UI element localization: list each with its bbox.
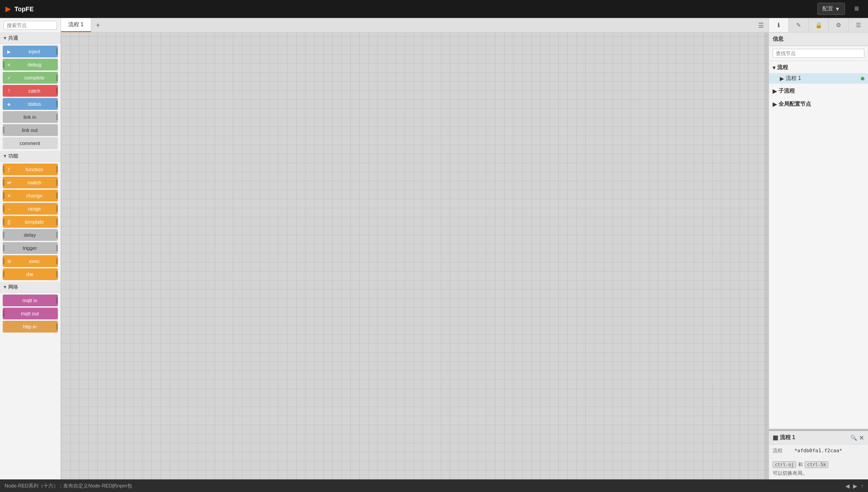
- right-tab-settings[interactable]: ⚙: [829, 18, 849, 32]
- canvas-tabs: 流程 1 + ☰: [61, 18, 769, 33]
- node-trigger-label: trigger: [5, 245, 54, 251]
- category-label-network: 网络: [8, 284, 18, 291]
- right-lower-title: 流程 1: [780, 434, 795, 441]
- node-debug[interactable]: ≡ debug: [3, 59, 58, 70]
- node-http-in[interactable]: http in: [3, 321, 58, 333]
- category-label-common: 共通: [8, 35, 18, 42]
- node-mqtt-in[interactable]: mqtt in: [3, 295, 58, 306]
- right-tab-list[interactable]: ☰: [849, 18, 868, 32]
- right-tab-lock[interactable]: 🔒: [809, 18, 829, 32]
- sidebar-category-network[interactable]: ▾ 网络: [0, 282, 61, 293]
- statusbar-controls: ◀ ▶ ↑: [845, 483, 863, 489]
- node-exec[interactable]: ⚙ exec: [3, 255, 58, 267]
- change-port-left: [3, 192, 5, 199]
- right-panel-search-input[interactable]: [773, 49, 864, 58]
- node-exec-label: exec: [14, 258, 54, 264]
- canvas-add-tab-button[interactable]: +: [91, 18, 104, 32]
- right-lower-panel: ▦ 流程 1 🔍 ✕ 流程 *afdb0fa1.f2caa* ctrl-oj 和…: [769, 429, 868, 479]
- node-rbe[interactable]: rbe: [3, 268, 58, 280]
- node-comment[interactable]: comment: [3, 137, 58, 149]
- category-label-function: 功能: [8, 153, 18, 159]
- node-delay-label: delay: [5, 232, 54, 238]
- trigger-port-left: [3, 245, 5, 251]
- config-tree-header[interactable]: ▶ 全局配置节点: [769, 98, 868, 110]
- node-link-out-label: link out: [5, 127, 54, 133]
- node-complete[interactable]: ✓ complete: [3, 72, 58, 84]
- node-mqtt-in-label: mqtt in: [5, 298, 54, 303]
- rbe-port-left: [3, 271, 5, 277]
- kbd-ctrl-oj: ctrl-oj: [773, 461, 796, 468]
- right-tab-edit[interactable]: ✎: [789, 18, 809, 32]
- statusbar-up-button[interactable]: ↑: [861, 483, 863, 489]
- kbd-hint-and: 和: [798, 461, 803, 468]
- node-status[interactable]: ◈ status: [3, 98, 58, 110]
- node-template[interactable]: {} template: [3, 216, 58, 228]
- tab-menu-icon: ☰: [758, 22, 764, 29]
- template-icon: {}: [5, 218, 13, 225]
- statusbar-next-button[interactable]: ▶: [853, 483, 857, 489]
- config-tree-section: ▶ 全局配置节点: [769, 98, 868, 111]
- node-range[interactable]: ↔ range: [3, 203, 58, 215]
- subflows-tree-header[interactable]: ▶ 子流程: [769, 85, 868, 97]
- node-link-out[interactable]: link out: [3, 124, 58, 136]
- canvas-content[interactable]: [61, 33, 769, 479]
- range-port-right: [56, 206, 58, 212]
- flows-tree-header[interactable]: ▾ 流程: [769, 62, 868, 73]
- kbd-hint-container: ctrl-oj 和 ctrl-5k 可以切换布局。: [769, 459, 868, 479]
- exec-port-left: [3, 258, 5, 264]
- node-link-in[interactable]: link in: [3, 111, 58, 123]
- topbar-left: ▶ TopFE: [5, 5, 34, 13]
- node-trigger[interactable]: trigger: [3, 242, 58, 254]
- status-icon: ◈: [5, 100, 13, 108]
- sidebar-category-function[interactable]: ▾ 功能: [0, 151, 61, 162]
- mqtt-in-port-right: [56, 297, 58, 304]
- node-range-label: range: [14, 206, 54, 211]
- statusbar: Node-RED系列（十六）：发布自定义Node-RED的npm包 ◀ ▶ ↑: [0, 479, 868, 492]
- node-inject[interactable]: ▶ inject: [3, 46, 58, 57]
- switch-icon: ⇄: [5, 179, 13, 186]
- topbar-title: TopFE: [14, 5, 34, 13]
- chevron-down-icon-func: ▾: [4, 153, 6, 159]
- subflows-tree-section: ▶ 子流程: [769, 84, 868, 98]
- canvas-tab-menu-button[interactable]: ☰: [754, 18, 769, 32]
- topbar: ▶ TopFE 配置 ▼ ≡: [0, 0, 868, 18]
- sidebar-search-input[interactable]: [4, 21, 57, 30]
- right-lower-search-button[interactable]: 🔍: [850, 435, 857, 441]
- node-function[interactable]: ƒ function: [3, 164, 58, 175]
- canvas-area[interactable]: 流程 1 + ☰: [61, 18, 769, 479]
- kbd-hint-end: 可以切换布局。: [773, 470, 807, 477]
- trigger-port-right: [56, 245, 58, 251]
- common-node-list: ▶ inject ≡ debug ✓ complete ! catch: [0, 44, 61, 151]
- right-lower-close-button[interactable]: ✕: [859, 434, 864, 441]
- hamburger-menu-button[interactable]: ≡: [850, 2, 863, 15]
- range-port-left: [3, 206, 5, 212]
- node-switch[interactable]: ⇄ switch: [3, 177, 58, 188]
- function-icon: ƒ: [5, 166, 13, 173]
- lock-tab-icon: 🔒: [815, 22, 822, 28]
- statusbar-prev-button[interactable]: ◀: [845, 483, 849, 489]
- node-link-in-label: link in: [5, 114, 54, 120]
- right-tab-info[interactable]: ℹ: [769, 18, 789, 32]
- node-change-label: change: [14, 193, 54, 198]
- node-catch[interactable]: ! catch: [3, 85, 58, 97]
- node-complete-label: complete: [14, 75, 54, 80]
- detail-flow-value: *afdb0fa1.f2caa*: [794, 448, 842, 454]
- node-change[interactable]: ✕ change: [3, 190, 58, 201]
- subflows-tree-label: 子流程: [778, 87, 795, 95]
- node-debug-label: debug: [14, 62, 54, 67]
- node-switch-label: switch: [14, 180, 54, 185]
- tree-item-flow1-label: 流程 1: [786, 75, 801, 82]
- deploy-button[interactable]: 配置 ▼: [817, 3, 845, 15]
- tree-item-flow1[interactable]: ▶ 流程 1: [769, 73, 868, 84]
- deploy-dropdown-icon: ▼: [835, 6, 840, 12]
- exec-icon: ⚙: [5, 258, 13, 265]
- http-in-port-right: [56, 323, 58, 330]
- right-panel-tabs: ℹ ✎ 🔒 ⚙ ☰: [769, 18, 868, 33]
- node-mqtt-out[interactable]: mqtt out: [3, 308, 58, 319]
- right-lower-content: 流程 *afdb0fa1.f2caa*: [769, 445, 868, 459]
- sidebar-category-common[interactable]: ▾ 共通: [0, 33, 61, 44]
- canvas-tab-flow1[interactable]: 流程 1: [61, 18, 91, 32]
- link-in-port-right: [56, 114, 58, 120]
- canvas-vscrollbar[interactable]: [764, 33, 769, 479]
- node-delay[interactable]: delay: [3, 229, 58, 241]
